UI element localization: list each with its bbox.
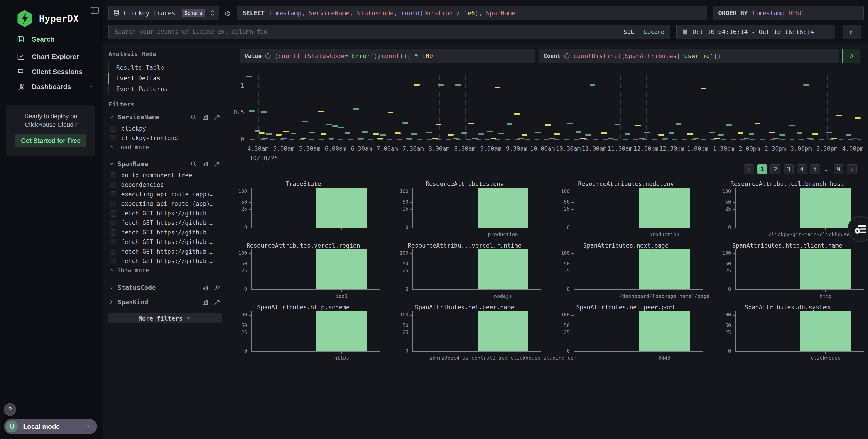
y-tick-mark <box>733 333 735 333</box>
get-started-button[interactable]: Get Started for Free <box>15 134 87 147</box>
help-button[interactable]: ? <box>4 403 16 416</box>
pagination-page-1[interactable]: 1 <box>757 164 767 174</box>
pagination-page-4[interactable]: 4 <box>797 164 807 174</box>
filter-option[interactable]: dependencies <box>108 180 220 189</box>
show-more-button[interactable]: Show more <box>108 266 220 275</box>
checkbox[interactable] <box>110 239 116 245</box>
analysis-mode-event-deltas[interactable]: Event Deltas <box>108 73 220 84</box>
chart-icon[interactable] <box>202 284 209 291</box>
checkbox[interactable] <box>110 172 116 178</box>
order-by-input[interactable]: ORDER BY Timestamp DESC <box>713 6 864 20</box>
y-axis-line <box>574 311 574 352</box>
cloud-card-line1: Ready to deploy on <box>6 112 95 120</box>
filter-group-spanname[interactable]: SpanName <box>108 157 220 171</box>
select-stepper-icon <box>210 9 215 17</box>
code-token: ) <box>407 53 411 59</box>
pagination-page-2[interactable]: 2 <box>770 164 780 174</box>
pagination-page-3[interactable]: 3 <box>784 164 794 174</box>
run-query-button[interactable]: ▷ <box>843 25 861 39</box>
load-more-button[interactable]: Load more <box>108 143 220 152</box>
pagination-ellipsis: … <box>823 166 830 173</box>
event-deltas-chart[interactable] <box>248 71 861 140</box>
y-tick-mark <box>249 209 251 210</box>
chart-icon[interactable] <box>202 114 209 120</box>
checkbox[interactable] <box>110 220 116 226</box>
filter-option[interactable]: fetch GET https://github.… <box>108 237 220 247</box>
checkbox[interactable] <box>110 135 116 141</box>
filter-group-servicename[interactable]: ServiceName <box>108 111 220 124</box>
pin-icon[interactable] <box>214 284 220 291</box>
sidebar-item-dashboards[interactable]: Dashboards <box>0 79 103 94</box>
value-expression-input[interactable]: Value (countIf(StatusCode='Error')/count… <box>240 49 535 63</box>
y-tick-mark <box>571 209 574 210</box>
count-expression-input[interactable]: Count countDistinct(SpanAttributes['user… <box>539 49 839 63</box>
checkbox[interactable] <box>110 182 116 188</box>
y-tick-label: 0 <box>547 348 570 354</box>
chart-icon[interactable] <box>202 160 209 167</box>
x-tick-mark <box>825 290 826 292</box>
filter-option[interactable]: fetch GET https://github.… <box>108 228 220 237</box>
sql-select-input[interactable]: SELECT Timestamp, ServiceName, StatusCod… <box>237 6 707 20</box>
filter-option[interactable]: fetch GET https://github.… <box>108 247 220 256</box>
checkbox[interactable] <box>110 210 116 216</box>
pagination-page-9[interactable]: 9 <box>834 164 843 174</box>
search-input[interactable] <box>114 28 618 35</box>
filter-option[interactable]: fetch GET https://github.… <box>108 218 220 228</box>
pin-icon[interactable] <box>214 299 220 305</box>
checkbox[interactable] <box>110 248 116 255</box>
delta-marker <box>507 123 513 125</box>
query-language-toggle[interactable]: SQL | Lucene <box>618 25 670 39</box>
checkbox[interactable] <box>110 258 116 264</box>
filter-group-spankind[interactable]: SpanKind <box>108 295 220 310</box>
y-axis-line <box>251 311 252 352</box>
pin-icon[interactable] <box>214 114 220 120</box>
pagination-page-5[interactable]: 5 <box>810 164 820 174</box>
gridline-vertical <box>336 71 336 140</box>
y-tick-label: 0 <box>230 136 244 143</box>
filter-group-statuscode[interactable]: StatusCode <box>108 280 220 295</box>
mode-lucene[interactable]: Lucene <box>644 29 664 35</box>
filter-option[interactable]: fetch GET https://github.… <box>108 256 220 266</box>
checkbox[interactable] <box>110 192 116 198</box>
run-deltas-button[interactable] <box>842 49 860 63</box>
sidebar-collapse-icon[interactable] <box>90 5 100 16</box>
checkbox[interactable] <box>110 125 116 131</box>
filter-option[interactable]: build component tree <box>108 171 220 180</box>
date-range-picker[interactable]: Oct 10 04:16:14 - Oct 10 16:16:14 <box>676 25 835 39</box>
analysis-mode-results-table[interactable]: Results Table <box>108 62 220 73</box>
analysis-mode-event-patterns[interactable]: Event Patterns <box>108 84 220 94</box>
delta-marker <box>302 120 308 122</box>
source-select[interactable]: ClickPy Traces Schema <box>108 6 219 20</box>
mode-sql[interactable]: SQL <box>624 29 634 35</box>
pin-icon[interactable] <box>214 160 220 167</box>
app-title: HyperDX <box>39 13 79 24</box>
filter-option[interactable]: executing api route (app)… <box>108 199 220 209</box>
y-tick-label: 50 <box>708 261 731 266</box>
checkbox[interactable] <box>110 230 116 236</box>
y-tick-mark <box>733 202 735 203</box>
filter-option[interactable]: fetch GET https://github.… <box>108 209 220 218</box>
x-axis-line <box>251 228 380 228</box>
more-filters-button[interactable]: More filters <box>108 313 222 323</box>
chart-icon[interactable] <box>202 299 209 305</box>
search-icon[interactable] <box>190 160 197 167</box>
delta-marker <box>807 138 813 139</box>
y-tick-mark <box>571 315 574 316</box>
sidebar-item-chart-explorer[interactable]: Chart Explorer <box>0 49 103 64</box>
local-mode-menu[interactable]: U Local mode <box>4 419 97 434</box>
sidebar-item-search[interactable]: Search <box>0 32 103 47</box>
checkbox[interactable] <box>110 201 116 207</box>
x-axis-line <box>735 289 864 290</box>
search-icon[interactable] <box>190 114 197 120</box>
sidebar-item-client-sessions[interactable]: Client Sessions <box>0 64 103 79</box>
delta-marker <box>373 133 379 135</box>
filter-option[interactable]: executing api route (app)… <box>108 189 220 199</box>
pagination-next[interactable]: › <box>847 164 857 174</box>
source-settings-button[interactable]: ⚙ <box>222 8 232 18</box>
filter-option-label: build component tree <box>121 172 192 179</box>
attribute-charts-grid: TraceState10050250ResourceAttributes.env… <box>227 179 868 361</box>
filter-option-label: fetch GET https://github.… <box>121 248 214 255</box>
pagination-prev[interactable]: ‹ <box>744 164 754 174</box>
filter-option[interactable]: clickpy-frontend <box>108 133 220 143</box>
filter-option[interactable]: clickpy <box>108 124 220 133</box>
